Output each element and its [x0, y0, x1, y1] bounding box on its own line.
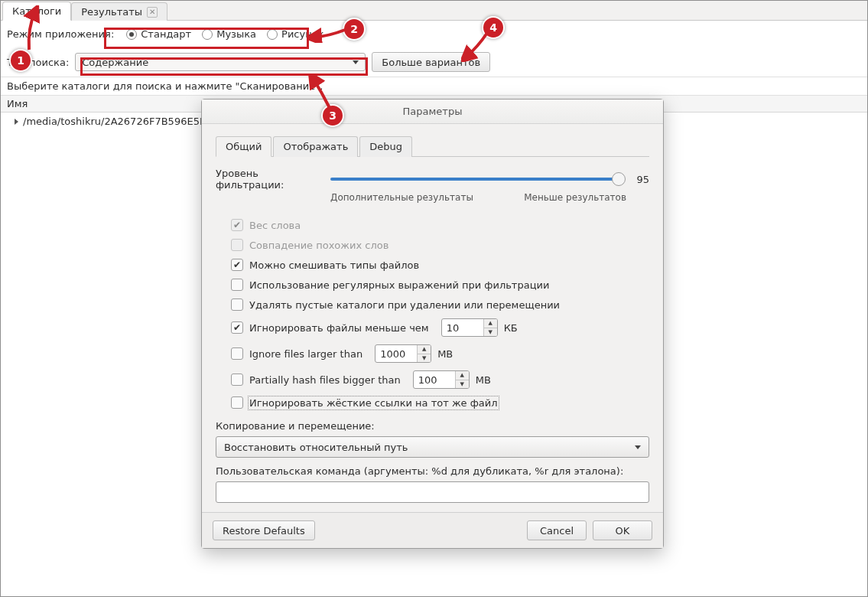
tab-display-label: Отображать: [283, 141, 348, 152]
slider-caption-more: Дополнительные результаты: [330, 192, 473, 203]
spin-up-icon[interactable]: ▲: [418, 345, 431, 354]
radio-icon: [202, 29, 213, 40]
checkbox-ignore-small[interactable]: [231, 321, 243, 334]
partial-hash-value[interactable]: 100: [414, 371, 455, 388]
caret-right-icon[interactable]: [15, 119, 18, 125]
slider-caption-less: Меньше результатов: [524, 192, 626, 203]
dialog-tabs: Общий Отображать Debug: [216, 136, 649, 157]
label-word-weight: Вес слова: [249, 220, 301, 231]
tab-results-label: Результаты: [81, 6, 142, 18]
label-ignore-small: Игнорировать файлы меньше чем: [249, 322, 429, 334]
copy-move-select[interactable]: Восстановить относительный путь: [216, 436, 649, 458]
label-del-empty: Удалять пустые каталоги при удалении или…: [249, 299, 560, 311]
radio-picture-label: Рисунок: [281, 28, 323, 40]
custom-command-input[interactable]: [216, 481, 649, 503]
spin-up-icon[interactable]: ▲: [484, 319, 497, 328]
label-partial-hash: Partially hash files bigger than: [249, 374, 401, 386]
label-ignore-hardlinks: Игнорировать жёсткие ссылки на тот же фа…: [249, 397, 498, 409]
copy-move-section-label: Копирование и перемещение:: [216, 420, 649, 432]
radio-standard[interactable]: Стандарт: [126, 28, 191, 40]
restore-defaults-label: Restore Defaults: [223, 525, 305, 537]
label-ignore-large: Ignore files larger than: [249, 348, 362, 360]
ok-label: OK: [616, 525, 630, 537]
radio-music-label: Музыка: [216, 28, 256, 40]
copy-move-value: Восстановить относительный путь: [224, 442, 408, 453]
main-tabs: Каталоги Результаты ✕: [1, 1, 867, 21]
radio-icon: [126, 29, 137, 40]
tab-general[interactable]: Общий: [216, 136, 271, 157]
restore-defaults-button[interactable]: Restore Defaults: [213, 520, 315, 540]
app-mode-row: Режим приложения: Стандарт Музыка Рисуно…: [1, 21, 867, 47]
cancel-label: Cancel: [540, 525, 574, 537]
slider-thumb[interactable]: [612, 172, 626, 186]
ok-button[interactable]: OK: [593, 520, 652, 540]
spin-up-icon[interactable]: ▲: [456, 371, 469, 380]
search-type-row: Тип поиска: Содержание Больше вариантов: [1, 47, 867, 77]
label-mix-types: Можно смешивать типы файлов: [249, 259, 419, 271]
ignore-large-unit: MB: [437, 348, 453, 360]
label-regex: Использование регулярных выражений при ф…: [249, 279, 549, 291]
search-type-value: Содержание: [82, 57, 148, 68]
chevron-down-icon: [353, 60, 359, 64]
tree-path: /media/toshikru/2A26726F7B596E5B/: [23, 116, 210, 127]
label-similar-words: Совпадение похожих слов: [249, 240, 388, 251]
preferences-dialog: Параметры Общий Отображать Debug Уровень…: [201, 99, 664, 549]
checkbox-mix-types[interactable]: [231, 259, 243, 271]
checkbox-del-empty[interactable]: [231, 298, 243, 311]
tab-debug-label: Debug: [369, 141, 402, 152]
chevron-down-icon: [635, 445, 641, 449]
tab-catalogs-label: Каталоги: [12, 5, 61, 17]
instruction-text: Выберите каталоги для поиска и нажмите "…: [1, 77, 867, 96]
filter-level-value: 95: [626, 174, 649, 185]
app-mode-radio-group: Стандарт Музыка Рисунок: [120, 25, 330, 43]
ignore-small-unit: КБ: [504, 322, 518, 334]
ignore-large-spinner[interactable]: 1000 ▲▼: [375, 344, 431, 363]
cancel-button[interactable]: Cancel: [527, 520, 587, 540]
ignore-small-value[interactable]: 10: [442, 319, 483, 336]
spin-down-icon[interactable]: ▼: [418, 354, 431, 363]
tab-results[interactable]: Результаты ✕: [71, 2, 167, 21]
checkbox-word-weight: [231, 219, 243, 231]
search-type-label: Тип поиска:: [7, 57, 69, 68]
app-mode-label: Режим приложения:: [7, 28, 114, 40]
more-options-button[interactable]: Больше вариантов: [372, 52, 490, 72]
checkbox-ignore-large[interactable]: [231, 347, 243, 360]
tab-catalogs[interactable]: Каталоги: [2, 2, 71, 21]
filter-level-label: Уровень фильтрации:: [216, 168, 323, 191]
radio-picture[interactable]: Рисунок: [267, 28, 323, 40]
close-icon[interactable]: ✕: [147, 7, 158, 18]
partial-hash-spinner[interactable]: 100 ▲▼: [413, 370, 470, 389]
spin-down-icon[interactable]: ▼: [484, 328, 497, 337]
filter-level-slider[interactable]: [330, 178, 619, 181]
checkbox-partial-hash[interactable]: [231, 374, 243, 386]
radio-standard-label: Стандарт: [141, 28, 191, 40]
search-type-select[interactable]: Содержание: [75, 53, 366, 71]
partial-hash-unit: MB: [476, 374, 491, 386]
dialog-title: Параметры: [202, 100, 663, 124]
checkbox-regex[interactable]: [231, 279, 243, 291]
tab-general-label: Общий: [226, 141, 262, 152]
spin-down-icon[interactable]: ▼: [456, 380, 469, 389]
radio-icon: [267, 29, 278, 40]
ignore-large-value[interactable]: 1000: [375, 345, 417, 362]
tab-debug[interactable]: Debug: [359, 136, 412, 157]
tab-display[interactable]: Отображать: [273, 136, 358, 157]
more-options-label: Больше вариантов: [382, 57, 480, 68]
checkbox-similar-words: [231, 239, 243, 251]
ignore-small-spinner[interactable]: 10 ▲▼: [441, 318, 498, 337]
checkbox-ignore-hardlinks[interactable]: [231, 396, 243, 409]
custom-command-label: Пользовательская команда (аргументы: %d …: [216, 465, 649, 477]
radio-music[interactable]: Музыка: [202, 28, 256, 40]
